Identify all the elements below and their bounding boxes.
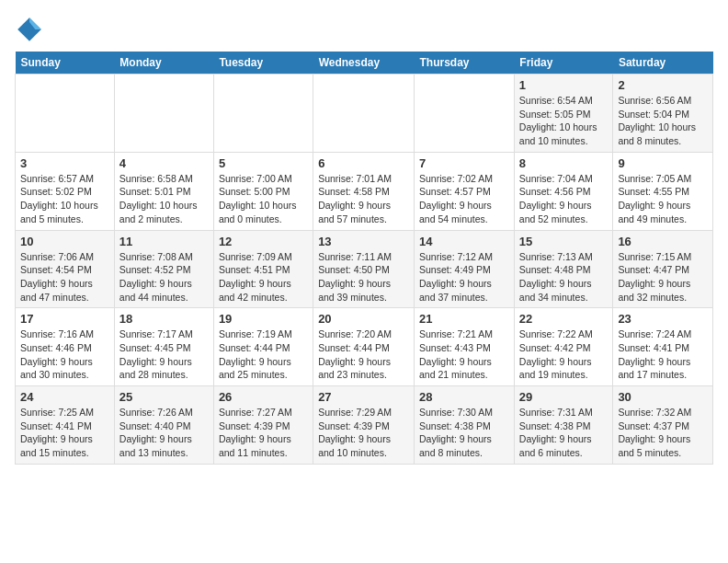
calendar-week-row: 24Sunrise: 7:25 AM Sunset: 4:41 PM Dayli…	[16, 386, 713, 465]
page-header	[15, 15, 713, 44]
day-number: 29	[519, 390, 609, 404]
day-info: Sunrise: 7:05 AM Sunset: 4:55 PM Dayligh…	[618, 172, 708, 226]
calendar-cell: 10Sunrise: 7:06 AM Sunset: 4:54 PM Dayli…	[16, 230, 115, 308]
calendar-header: Sunday Monday Tuesday Wednesday Thursday…	[16, 52, 713, 75]
calendar-cell: 16Sunrise: 7:15 AM Sunset: 4:47 PM Dayli…	[613, 230, 713, 308]
col-friday: Friday	[514, 52, 613, 75]
day-number: 25	[119, 390, 209, 404]
col-thursday: Thursday	[415, 52, 515, 75]
day-number: 15	[519, 235, 609, 248]
day-number: 3	[20, 156, 109, 170]
calendar-cell: 5Sunrise: 7:00 AM Sunset: 5:00 PM Daylig…	[213, 152, 313, 230]
calendar-cell: 27Sunrise: 7:29 AM Sunset: 4:39 PM Dayli…	[313, 386, 415, 465]
logo	[15, 15, 48, 44]
col-saturday: Saturday	[613, 52, 713, 75]
day-number: 22	[519, 312, 609, 326]
day-info: Sunrise: 7:01 AM Sunset: 4:58 PM Dayligh…	[318, 172, 409, 226]
day-number: 21	[419, 312, 509, 326]
calendar-cell: 18Sunrise: 7:17 AM Sunset: 4:45 PM Dayli…	[114, 308, 213, 386]
day-info: Sunrise: 7:11 AM Sunset: 4:50 PM Dayligh…	[318, 250, 409, 304]
calendar-body: 1Sunrise: 6:54 AM Sunset: 5:05 PM Daylig…	[16, 75, 713, 465]
day-info: Sunrise: 7:26 AM Sunset: 4:40 PM Dayligh…	[119, 406, 209, 460]
calendar-table: Sunday Monday Tuesday Wednesday Thursday…	[15, 52, 713, 465]
calendar-week-row: 10Sunrise: 7:06 AM Sunset: 4:54 PM Dayli…	[16, 230, 713, 308]
header-row: Sunday Monday Tuesday Wednesday Thursday…	[16, 52, 713, 75]
col-tuesday: Tuesday	[213, 52, 313, 75]
calendar-cell: 9Sunrise: 7:05 AM Sunset: 4:55 PM Daylig…	[613, 152, 713, 230]
col-sunday: Sunday	[16, 52, 115, 75]
day-number: 6	[318, 156, 409, 170]
calendar-cell: 1Sunrise: 6:54 AM Sunset: 5:05 PM Daylig…	[514, 75, 613, 153]
day-info: Sunrise: 7:17 AM Sunset: 4:45 PM Dayligh…	[119, 327, 209, 382]
day-info: Sunrise: 7:22 AM Sunset: 4:42 PM Dayligh…	[519, 327, 609, 382]
day-info: Sunrise: 7:06 AM Sunset: 4:54 PM Dayligh…	[20, 250, 109, 304]
day-info: Sunrise: 6:56 AM Sunset: 5:04 PM Dayligh…	[618, 94, 708, 148]
calendar-cell: 7Sunrise: 7:02 AM Sunset: 4:57 PM Daylig…	[415, 152, 515, 230]
day-number: 14	[419, 235, 509, 248]
day-number: 28	[419, 390, 509, 404]
day-number: 27	[318, 390, 409, 404]
day-info: Sunrise: 7:24 AM Sunset: 4:41 PM Dayligh…	[618, 327, 708, 382]
calendar-cell	[313, 75, 415, 153]
calendar-cell: 15Sunrise: 7:13 AM Sunset: 4:48 PM Dayli…	[514, 230, 613, 308]
calendar-cell: 17Sunrise: 7:16 AM Sunset: 4:46 PM Dayli…	[16, 308, 115, 386]
day-number: 24	[20, 390, 109, 404]
calendar-cell: 13Sunrise: 7:11 AM Sunset: 4:50 PM Dayli…	[313, 230, 415, 308]
day-info: Sunrise: 6:57 AM Sunset: 5:02 PM Dayligh…	[20, 172, 109, 226]
calendar-cell: 12Sunrise: 7:09 AM Sunset: 4:51 PM Dayli…	[213, 230, 313, 308]
day-number: 19	[219, 312, 308, 326]
day-info: Sunrise: 7:08 AM Sunset: 4:52 PM Dayligh…	[119, 250, 209, 304]
calendar-week-row: 3Sunrise: 6:57 AM Sunset: 5:02 PM Daylig…	[16, 152, 713, 230]
day-number: 7	[419, 156, 509, 170]
day-number: 4	[119, 156, 209, 170]
calendar-cell: 26Sunrise: 7:27 AM Sunset: 4:39 PM Dayli…	[213, 386, 313, 465]
day-info: Sunrise: 7:20 AM Sunset: 4:44 PM Dayligh…	[318, 327, 409, 382]
col-monday: Monday	[114, 52, 213, 75]
calendar-cell: 6Sunrise: 7:01 AM Sunset: 4:58 PM Daylig…	[313, 152, 415, 230]
calendar-cell: 24Sunrise: 7:25 AM Sunset: 4:41 PM Dayli…	[16, 386, 115, 465]
day-info: Sunrise: 7:30 AM Sunset: 4:38 PM Dayligh…	[419, 406, 509, 460]
day-number: 1	[519, 78, 609, 92]
day-number: 2	[618, 78, 708, 92]
day-info: Sunrise: 7:25 AM Sunset: 4:41 PM Dayligh…	[20, 406, 109, 460]
day-number: 20	[318, 312, 409, 326]
day-number: 17	[20, 312, 109, 326]
calendar-cell: 19Sunrise: 7:19 AM Sunset: 4:44 PM Dayli…	[213, 308, 313, 386]
calendar-cell: 22Sunrise: 7:22 AM Sunset: 4:42 PM Dayli…	[514, 308, 613, 386]
calendar-cell	[114, 75, 213, 153]
logo-icon	[15, 15, 44, 44]
calendar-week-row: 1Sunrise: 6:54 AM Sunset: 5:05 PM Daylig…	[16, 75, 713, 153]
day-number: 8	[519, 156, 609, 170]
calendar-cell	[213, 75, 313, 153]
calendar-cell: 14Sunrise: 7:12 AM Sunset: 4:49 PM Dayli…	[415, 230, 515, 308]
calendar-week-row: 17Sunrise: 7:16 AM Sunset: 4:46 PM Dayli…	[16, 308, 713, 386]
day-info: Sunrise: 7:29 AM Sunset: 4:39 PM Dayligh…	[318, 406, 409, 460]
day-number: 9	[618, 156, 708, 170]
day-info: Sunrise: 7:16 AM Sunset: 4:46 PM Dayligh…	[20, 327, 109, 382]
calendar-cell: 11Sunrise: 7:08 AM Sunset: 4:52 PM Dayli…	[114, 230, 213, 308]
calendar-cell: 4Sunrise: 6:58 AM Sunset: 5:01 PM Daylig…	[114, 152, 213, 230]
day-info: Sunrise: 7:09 AM Sunset: 4:51 PM Dayligh…	[219, 250, 308, 304]
day-info: Sunrise: 7:04 AM Sunset: 4:56 PM Dayligh…	[519, 172, 609, 226]
calendar-cell	[415, 75, 515, 153]
day-number: 13	[318, 235, 409, 248]
calendar-cell: 2Sunrise: 6:56 AM Sunset: 5:04 PM Daylig…	[613, 75, 713, 153]
calendar-cell: 29Sunrise: 7:31 AM Sunset: 4:38 PM Dayli…	[514, 386, 613, 465]
day-number: 30	[618, 390, 708, 404]
day-number: 18	[119, 312, 209, 326]
calendar-cell: 25Sunrise: 7:26 AM Sunset: 4:40 PM Dayli…	[114, 386, 213, 465]
day-number: 16	[618, 235, 708, 248]
day-number: 5	[219, 156, 308, 170]
calendar-cell: 21Sunrise: 7:21 AM Sunset: 4:43 PM Dayli…	[415, 308, 515, 386]
day-info: Sunrise: 7:31 AM Sunset: 4:38 PM Dayligh…	[519, 406, 609, 460]
day-number: 12	[219, 235, 308, 248]
day-info: Sunrise: 7:21 AM Sunset: 4:43 PM Dayligh…	[419, 327, 509, 382]
day-info: Sunrise: 6:54 AM Sunset: 5:05 PM Dayligh…	[519, 94, 609, 148]
day-info: Sunrise: 7:00 AM Sunset: 5:00 PM Dayligh…	[219, 172, 308, 226]
day-info: Sunrise: 7:15 AM Sunset: 4:47 PM Dayligh…	[618, 250, 708, 304]
calendar-cell: 23Sunrise: 7:24 AM Sunset: 4:41 PM Dayli…	[613, 308, 713, 386]
day-info: Sunrise: 6:58 AM Sunset: 5:01 PM Dayligh…	[119, 172, 209, 226]
calendar-cell: 30Sunrise: 7:32 AM Sunset: 4:37 PM Dayli…	[613, 386, 713, 465]
calendar-cell: 8Sunrise: 7:04 AM Sunset: 4:56 PM Daylig…	[514, 152, 613, 230]
col-wednesday: Wednesday	[313, 52, 415, 75]
